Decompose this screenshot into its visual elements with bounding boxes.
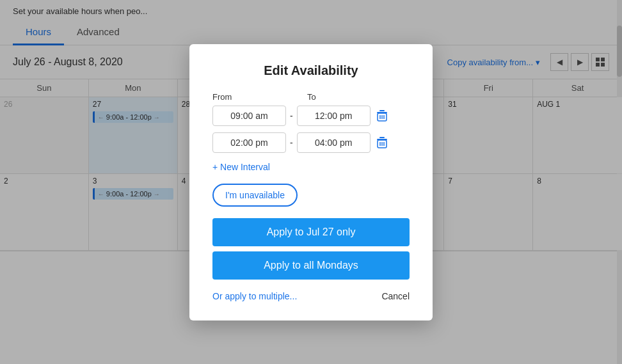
new-interval-btn[interactable]: + New Interval	[212, 159, 270, 175]
trash-icon-2	[377, 137, 387, 148]
apply-all-btn[interactable]: Apply to all Mondays	[212, 251, 410, 280]
modal-overlay: Edit Availability From To -	[0, 0, 622, 364]
from-time-1[interactable]	[212, 106, 286, 126]
apply-multiple-btn[interactable]: Or apply to multiple...	[212, 291, 297, 301]
dash-1: -	[290, 111, 293, 121]
svg-rect-5	[379, 110, 385, 111]
from-label: From	[212, 92, 289, 102]
cancel-btn[interactable]: Cancel	[381, 291, 410, 301]
unavailable-btn[interactable]: I'm unavailable	[212, 184, 298, 207]
delete-interval-2-btn[interactable]	[374, 134, 390, 151]
to-time-1[interactable]	[297, 106, 371, 126]
modal-footer: Or apply to multiple... Cancel	[212, 291, 410, 301]
dash-2: -	[290, 138, 293, 148]
apply-day-btn[interactable]: Apply to Jul 27 only	[212, 218, 410, 246]
to-time-2[interactable]	[297, 132, 371, 153]
delete-interval-1-btn[interactable]	[374, 107, 390, 124]
modal-title: Edit Availability	[212, 63, 410, 78]
from-time-2[interactable]	[212, 132, 286, 153]
interval-row-2: -	[212, 132, 410, 153]
trash-icon-1	[377, 110, 387, 122]
svg-rect-11	[379, 137, 385, 138]
edit-availability-modal: Edit Availability From To -	[189, 44, 433, 320]
interval-row-1: -	[212, 106, 410, 126]
from-to-labels: From To	[212, 92, 410, 102]
to-label: To	[307, 92, 316, 102]
